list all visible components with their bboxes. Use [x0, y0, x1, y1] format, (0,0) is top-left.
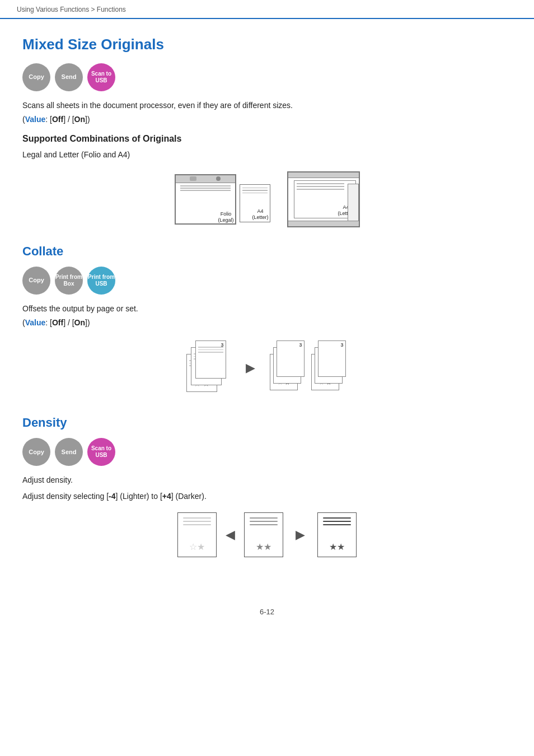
collate-diagram: 1 ☆ ★ 2	[22, 337, 512, 399]
density-diagram: ☆★ ◀ ★★ ▶ ★★	[22, 512, 512, 557]
badge-copy-collate: Copy	[22, 267, 50, 295]
badge-print-box-collate: Print fromBox	[55, 267, 83, 295]
collate-input-stack: 1 ☆ ★ 2	[186, 337, 231, 399]
folio-label: Folio(Legal)	[218, 211, 233, 223]
breadcrumb: Using Various Functions > Functions	[0, 0, 534, 19]
page-number: 6-12	[0, 608, 534, 627]
badge-copy-density: Copy	[22, 438, 50, 466]
density-description1: Adjust density.	[22, 474, 512, 486]
badge-copy-mixed: Copy	[22, 63, 50, 91]
collate-title: Collate	[22, 244, 512, 259]
collate-description: Offsets the output by page or set.	[22, 302, 512, 315]
mixed-size-diagram: Folio(Legal) A4(Letter)	[22, 171, 512, 227]
density-arrow-right: ▶	[296, 528, 305, 542]
feeder-diagram: Folio(Legal) A4(Letter)	[175, 174, 270, 225]
density-title: Density	[22, 416, 512, 430]
badge-send-mixed: Send	[55, 63, 83, 91]
collate-arrow: ▶	[246, 361, 255, 375]
output-diagram: A4(Letter)	[287, 171, 360, 227]
density-dark-box: ★★	[317, 512, 357, 557]
collate-value: (Value: [Off] / [On])	[22, 318, 512, 327]
mixed-size-badges: Copy Send Scan toUSB	[22, 63, 512, 91]
badge-scan-usb-mixed: Scan toUSB	[87, 63, 115, 91]
mixed-size-value: (Value: [Off] / [On])	[22, 115, 512, 124]
supported-combinations-heading: Supported Combinations of Originals	[22, 134, 512, 144]
mixed-size-title: Mixed Size Originals	[22, 36, 512, 53]
density-mid-box: ★★	[244, 512, 283, 557]
collate-badges: Copy Print fromBox Print fromUSB	[22, 267, 512, 295]
mixed-size-description: Scans all sheets in the document process…	[22, 99, 512, 111]
collate-output-stacks: 1 ☆ ★ 2 3 1	[270, 337, 348, 399]
badge-print-usb-collate: Print fromUSB	[87, 267, 115, 295]
combinations-text: Legal and Letter (Folio and A4)	[22, 148, 512, 161]
density-arrow-left: ◀	[226, 528, 235, 542]
badge-scan-usb-density: Scan toUSB	[87, 438, 115, 466]
density-description2: Adjust density selecting [-4] (Lighter) …	[22, 490, 512, 502]
badge-send-density: Send	[55, 438, 83, 466]
density-light-box: ☆★	[177, 512, 217, 557]
density-badges: Copy Send Scan toUSB	[22, 438, 512, 466]
